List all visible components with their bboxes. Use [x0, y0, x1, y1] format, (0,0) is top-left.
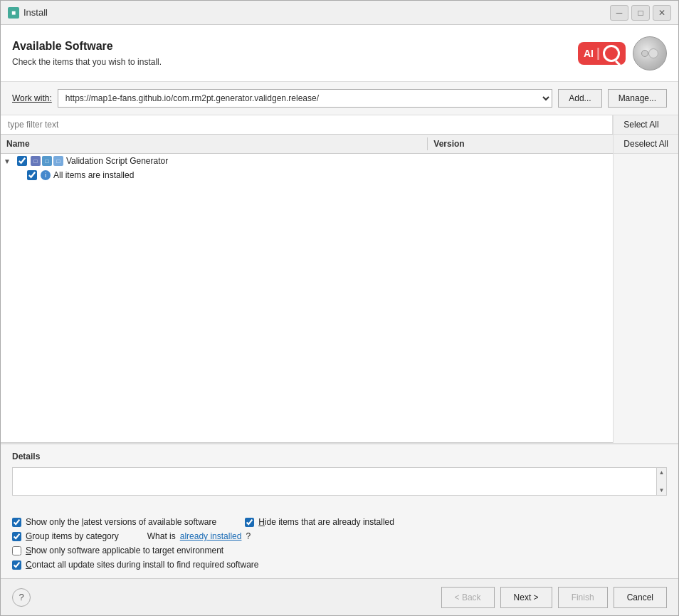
- details-scrollbar: ▲ ▼: [656, 468, 666, 495]
- side-actions: Select All Deselect All: [613, 115, 678, 443]
- parent-row-name: Validation Script Generator: [66, 156, 168, 166]
- bottom-bar: ? < Back Next > Finish Cancel: [1, 578, 678, 615]
- options-row-1: Show only the latest versions of availab…: [12, 517, 667, 527]
- opt2-checkbox[interactable]: [12, 532, 21, 541]
- page-title: Available Software: [12, 40, 162, 53]
- info-icon: i: [41, 170, 51, 180]
- options-row-2: Group items by category What is already …: [12, 531, 667, 541]
- opt4-label: Contact all update sites during install …: [26, 560, 259, 570]
- next-button[interactable]: Next >: [500, 587, 552, 608]
- opt1-checkbox[interactable]: [12, 518, 21, 527]
- col-version-header: Version: [428, 137, 613, 150]
- details-header: Details: [12, 451, 667, 461]
- options-row-4: Contact all update sites during install …: [12, 560, 667, 570]
- table-header: Name Version: [1, 135, 613, 154]
- work-with-select[interactable]: https://map1e-fans.github.io/com.rm2pt.g…: [58, 89, 552, 108]
- option-latest-versions[interactable]: Show only the latest versions of availab…: [12, 517, 216, 527]
- scroll-up-icon[interactable]: ▲: [659, 468, 665, 477]
- maximize-button[interactable]: □: [631, 5, 650, 21]
- opt5-checkbox[interactable]: [245, 518, 254, 527]
- details-section: Details ▲ ▼: [1, 443, 678, 508]
- deselect-all-button[interactable]: Deselect All: [614, 135, 678, 154]
- filter-row: [1, 115, 613, 135]
- what-is-row: What is already installed ?: [147, 531, 251, 541]
- option-target-env[interactable]: Show only software applicable to target …: [12, 545, 223, 555]
- title-bar: ■ Install ─ □ ✕: [1, 1, 678, 25]
- search-icon: [603, 45, 620, 62]
- parent-checkbox[interactable]: [17, 156, 27, 166]
- tree-table: Name Version ▼ □ □ □ Validation Scri: [1, 115, 613, 443]
- app-icon: ■: [8, 7, 19, 19]
- window-title: Install: [23, 7, 48, 18]
- child-checkbox[interactable]: [27, 170, 37, 180]
- options-row-3: Show only software applicable to target …: [12, 545, 667, 555]
- scroll-down-icon[interactable]: ▼: [659, 486, 665, 495]
- options-section: Show only the latest versions of availab…: [1, 508, 678, 578]
- help-button[interactable]: ?: [12, 588, 31, 607]
- already-installed-link[interactable]: already installed: [180, 531, 242, 541]
- opt3-label: Show only software applicable to target …: [26, 545, 223, 555]
- ai-logo: AI |: [578, 42, 626, 65]
- minimize-button[interactable]: ─: [610, 5, 628, 21]
- header-subtitle: Check the items that you wish to install…: [12, 57, 162, 67]
- details-content: ▲ ▼: [12, 467, 667, 496]
- col-name-header: Name: [1, 137, 428, 150]
- child-row-name: All items are installed: [53, 170, 134, 180]
- header-left: Available Software Check the items that …: [12, 40, 162, 67]
- pkg-icon-3: □: [53, 156, 63, 166]
- work-with-row: Work with: https://map1e-fans.github.io/…: [1, 82, 678, 115]
- pkg-icon-1: □: [31, 156, 41, 166]
- work-with-label: Work with:: [12, 93, 52, 103]
- bottom-right: < Back Next > Finish Cancel: [441, 587, 667, 608]
- ai-text: AI: [584, 48, 594, 59]
- table-area: Name Version ▼ □ □ □ Validation Scri: [1, 115, 678, 443]
- what-is-suffix: ?: [246, 531, 251, 541]
- table-row: ▼ □ □ □ Validation Script Generator: [1, 154, 613, 168]
- opt1-label: Show only the latest versions of availab…: [26, 517, 216, 527]
- tree-body: ▼ □ □ □ Validation Script Generator i: [1, 154, 613, 442]
- add-button[interactable]: Add...: [558, 89, 601, 108]
- chevron-down-icon[interactable]: ▼: [4, 157, 14, 165]
- title-bar-left: ■ Install: [8, 7, 48, 19]
- opt5-label: Hide items that are already installed: [258, 517, 394, 527]
- opt3-checkbox[interactable]: [12, 546, 21, 555]
- header-section: Available Software Check the items that …: [1, 25, 678, 82]
- option-contact-update-sites[interactable]: Contact all update sites during install …: [12, 560, 259, 570]
- header-logos: AI |: [578, 36, 667, 71]
- install-dialog: ■ Install ─ □ ✕ Available Software Check…: [0, 0, 679, 616]
- bottom-left: ?: [12, 588, 31, 607]
- what-is-prefix: What is: [147, 531, 176, 541]
- back-button[interactable]: < Back: [441, 587, 495, 608]
- option-hide-installed[interactable]: Hide items that are already installed: [245, 517, 394, 527]
- finish-button[interactable]: Finish: [558, 587, 608, 608]
- logo-divider: |: [596, 46, 600, 61]
- pkg-icon-2: □: [42, 156, 52, 166]
- window-controls: ─ □ ✕: [610, 5, 671, 21]
- cancel-button[interactable]: Cancel: [614, 587, 667, 608]
- select-all-button[interactable]: Select All: [614, 115, 678, 135]
- main-content: Name Version ▼ □ □ □ Validation Scri: [1, 115, 678, 578]
- close-button[interactable]: ✕: [653, 5, 671, 21]
- cd-icon: [633, 36, 667, 71]
- table-row: i All items are installed: [1, 168, 613, 182]
- opt2-label: Group items by category: [26, 531, 119, 541]
- filter-input[interactable]: [1, 115, 613, 134]
- option-group-category[interactable]: Group items by category: [12, 531, 119, 541]
- package-icons: □ □ □: [31, 156, 63, 166]
- opt4-checkbox[interactable]: [12, 560, 21, 570]
- manage-button[interactable]: Manage...: [608, 89, 667, 108]
